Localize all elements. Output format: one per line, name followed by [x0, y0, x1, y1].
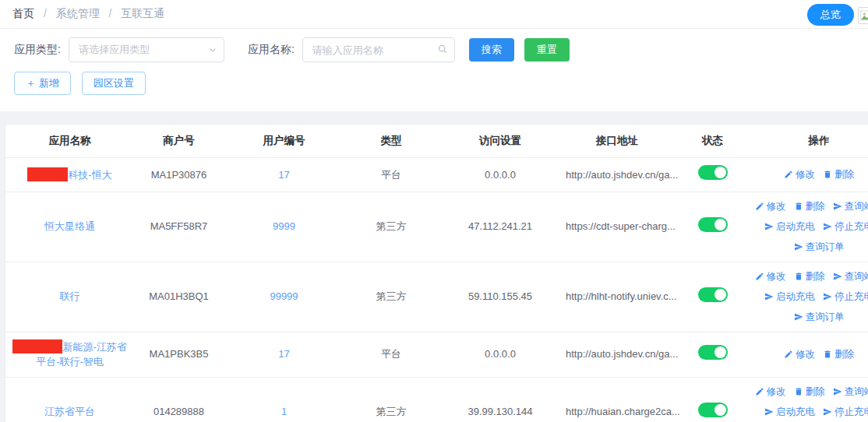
op-label: 修改	[767, 385, 786, 399]
app-name-link[interactable]: 江苏省平台	[44, 406, 95, 417]
op-删除[interactable]: 删除	[794, 200, 825, 213]
send-icon	[794, 312, 803, 322]
op-启动充电[interactable]: 启动充电	[764, 406, 815, 419]
op-label: 删除	[806, 200, 825, 213]
send-icon	[833, 272, 842, 281]
access-setting-cell: 0.0.0.0	[438, 160, 563, 190]
app-type-select[interactable]: 请选择应用类型	[69, 37, 224, 62]
send-icon	[833, 202, 842, 211]
op-查询订单[interactable]: 查询订单	[794, 241, 845, 254]
user-no-link[interactable]: 99999	[270, 290, 298, 302]
app-name-cell: 新能源-江苏省平台-联行-智电	[5, 332, 134, 377]
status-toggle[interactable]	[698, 345, 728, 360]
op-停止充电[interactable]: 停止充电	[823, 220, 868, 234]
search-button[interactable]: 搜索	[469, 38, 514, 62]
column-header: 应用名称	[5, 134, 134, 148]
app-name-cell: 科技-恒大	[5, 160, 134, 190]
user-no-link[interactable]: 17	[278, 169, 289, 181]
breadcrumb-home[interactable]: 首页	[12, 7, 34, 19]
op-label: 查询订单	[806, 241, 845, 254]
add-button[interactable]: ＋ 新增	[14, 72, 71, 95]
type-cell: 平台	[344, 160, 438, 190]
send-icon	[823, 222, 832, 231]
op-修改[interactable]: 修改	[755, 200, 786, 213]
status-cell	[672, 338, 753, 371]
op-label: 修改	[796, 348, 815, 361]
api-url-cell: http://hlht-notify.uniev.c...	[563, 282, 672, 311]
send-icon	[764, 222, 774, 231]
column-header: 接口地址	[563, 134, 672, 148]
op-修改[interactable]: 修改	[755, 385, 786, 399]
app-name-cell: 恒大星络通	[5, 212, 134, 241]
breadcrumb: 首页 / 系统管理 / 互联互通	[12, 7, 164, 21]
table-header-row: 应用名称商户号用户编号类型访问设置接口地址状态操作	[5, 125, 868, 158]
table-body: 科技-恒大MA1P3087617平台0.0.0.0http://auto.jsh…	[5, 158, 868, 422]
column-header: 商户号	[134, 134, 224, 148]
status-toggle[interactable]	[698, 217, 728, 232]
status-toggle[interactable]	[698, 403, 728, 417]
op-label: 删除	[806, 270, 825, 283]
reset-button[interactable]: 重置	[524, 38, 570, 62]
op-删除[interactable]: 删除	[794, 385, 825, 399]
op-label: 查询站点	[845, 270, 868, 283]
op-停止充电[interactable]: 停止充电	[823, 290, 868, 304]
table-row: 新能源-江苏省平台-联行-智电MA1PBK3B517平台0.0.0.0http:…	[5, 332, 868, 378]
access-setting-cell: 39.99.130.144	[438, 397, 563, 422]
api-url-cell: http://auto.jshdev.cn/ga...	[563, 160, 672, 190]
op-修改[interactable]: 修改	[784, 168, 815, 181]
plus-icon: ＋	[26, 77, 39, 89]
status-toggle[interactable]	[698, 165, 728, 180]
op-删除[interactable]: 删除	[823, 168, 854, 181]
op-启动充电[interactable]: 启动充电	[764, 220, 815, 234]
app-name-link[interactable]: 恒大星络通	[44, 220, 95, 232]
access-setting-cell: 0.0.0.0	[438, 339, 563, 369]
user-no-cell: 9999	[224, 212, 344, 241]
table-row: 联行MA01H3BQ199999第三方59.110.155.45http://h…	[5, 262, 868, 332]
op-label: 停止充电	[834, 406, 868, 419]
breadcrumb-system-management[interactable]: 系统管理	[56, 7, 100, 19]
app-name-link[interactable]: 联行	[60, 290, 80, 302]
op-查询站点[interactable]: 查询站点	[833, 200, 868, 213]
status-toggle[interactable]	[698, 287, 728, 302]
app-name-cell: 联行	[5, 282, 134, 311]
edit-icon	[784, 170, 793, 179]
op-label: 停止充电	[834, 220, 868, 234]
park-settings-button[interactable]: 园区设置	[82, 72, 146, 95]
op-停止充电[interactable]: 停止充电	[823, 406, 868, 419]
op-查询站点[interactable]: 查询站点	[833, 270, 868, 283]
access-setting-cell: 59.110.155.45	[438, 282, 563, 311]
status-cell	[672, 280, 753, 314]
op-删除[interactable]: 删除	[823, 348, 854, 361]
op-启动充电[interactable]: 启动充电	[764, 290, 815, 304]
op-label: 查询订单	[806, 311, 845, 324]
app-name-link[interactable]: 科技-恒大	[68, 169, 111, 181]
user-no-link[interactable]: 9999	[273, 220, 295, 232]
search-icon	[437, 44, 448, 55]
column-header: 类型	[344, 134, 438, 148]
op-label: 修改	[767, 270, 786, 283]
api-url-cell: http://huaian.charge2ca...	[563, 397, 672, 422]
toggle-knob	[715, 404, 726, 416]
op-修改[interactable]: 修改	[755, 270, 786, 283]
operations-cell: 修改删除查询站点启动充电停止充电查询订单	[753, 192, 868, 262]
user-no-link[interactable]: 1	[281, 406, 287, 417]
op-删除[interactable]: 删除	[794, 270, 825, 283]
app-name-input[interactable]	[302, 37, 455, 62]
delete-icon	[823, 350, 832, 359]
op-label: 修改	[796, 168, 815, 181]
op-查询站点[interactable]: 查询站点	[833, 385, 868, 399]
status-cell	[672, 158, 753, 192]
breadcrumb-separator: /	[109, 7, 112, 19]
breadcrumb-interconnect: 互联互通	[121, 7, 164, 19]
app-type-label: 应用类型:	[14, 43, 61, 57]
op-修改[interactable]: 修改	[784, 348, 815, 361]
op-查询订单[interactable]: 查询订单	[794, 311, 845, 324]
op-label: 查询站点	[845, 385, 868, 399]
user-no-link[interactable]: 17	[278, 348, 289, 360]
edit-icon	[755, 387, 764, 396]
op-label: 停止充电	[834, 290, 868, 304]
overview-button[interactable]: 总览	[807, 4, 854, 26]
api-url-cell: https://cdt-super-charg...	[563, 212, 672, 241]
toggle-knob	[715, 167, 726, 178]
status-cell	[672, 396, 753, 422]
